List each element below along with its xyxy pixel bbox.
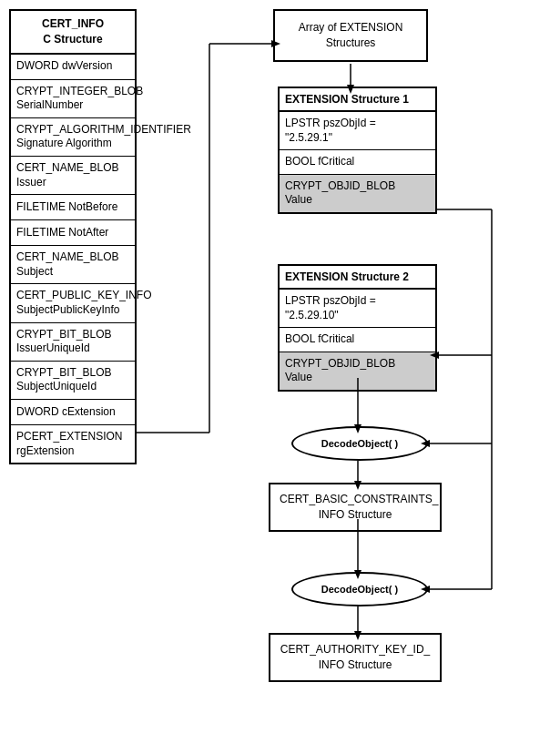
cert-info-box: CERT_INFO C Structure DWORD dwVersion CR…: [9, 9, 137, 464]
cert-row-6: CERT_NAME_BLOB Subject: [11, 246, 135, 284]
ext-struct-1-row2: BOOL fCritical: [280, 150, 435, 175]
cert-row-5: FILETIME NotAfter: [11, 220, 135, 246]
cert-authority-box: CERT_AUTHORITY_KEY_ID_INFO Structure: [269, 633, 442, 682]
decode-object-1: DecodeObject( ): [291, 426, 428, 461]
cert-row-10: DWORD cExtension: [11, 400, 135, 425]
cert-row-11: PCERT_EXTENSION rgExtension: [11, 425, 135, 463]
cert-row-4: FILETIME NotBefore: [11, 195, 135, 220]
diagram-container: CERT_INFO C Structure DWORD dwVersion CR…: [0, 0, 560, 744]
ext-struct-2-header: EXTENSION Structure 2: [280, 266, 435, 290]
cert-basic-box: CERT_BASIC_CONSTRAINTS_INFO Structure: [269, 483, 442, 532]
cert-row-3: CERT_NAME_BLOB Issuer: [11, 157, 135, 195]
cert-row-0: DWORD dwVersion: [11, 55, 135, 80]
ext-struct-2-row3: CRYPT_OBJID_BLOBValue: [280, 352, 435, 390]
ext-struct-1-row3: CRYPT_OBJID_BLOBValue: [280, 175, 435, 212]
cert-row-8: CRYPT_BIT_BLOB IssuerUniqueId: [11, 323, 135, 362]
decode-object-2: DecodeObject( ): [291, 572, 428, 606]
ext-struct-2-row1: LPSTR pszObjId ="2.5.29.10": [280, 290, 435, 328]
ext-struct-1-row1: LPSTR pszObjId ="2.5.29.1": [280, 112, 435, 150]
cert-row-7: CERT_PUBLIC_KEY_INFOSubjectPublicKeyInfo: [11, 284, 135, 322]
ext-struct-2-box: EXTENSION Structure 2 LPSTR pszObjId ="2…: [278, 264, 437, 392]
cert-row-2: CRYPT_ALGORITHM_IDENTIFIERSignature Algo…: [11, 118, 135, 157]
array-ext-box: Array of EXTENSION Structures: [273, 9, 428, 62]
ext-struct-1-box: EXTENSION Structure 1 LPSTR pszObjId ="2…: [278, 87, 437, 214]
cert-row-1: CRYPT_INTEGER_BLOBSerialNumber: [11, 80, 135, 118]
cert-row-9: CRYPT_BIT_BLOBSubjectUniqueId: [11, 362, 135, 400]
ext-struct-2-row2: BOOL fCritical: [280, 328, 435, 352]
cert-info-header: CERT_INFO C Structure: [11, 11, 135, 55]
ext-struct-1-header: EXTENSION Structure 1: [280, 88, 435, 112]
